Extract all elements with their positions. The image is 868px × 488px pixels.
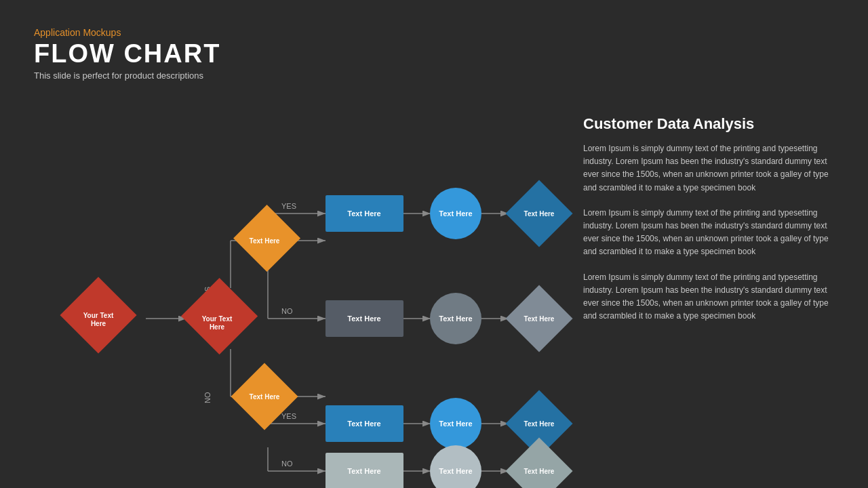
svg-text:YES: YES xyxy=(281,202,296,210)
svg-text:Text Here: Text Here xyxy=(524,468,555,475)
svg-text:NO: NO xyxy=(203,392,212,403)
svg-text:Text Here: Text Here xyxy=(347,420,380,428)
svg-text:Text Here: Text Here xyxy=(524,420,555,428)
svg-text:NO: NO xyxy=(281,307,293,315)
svg-text:Text Here: Text Here xyxy=(439,467,472,475)
page-title: FLOW CHART xyxy=(34,41,834,66)
svg-text:Text Here: Text Here xyxy=(439,420,472,428)
svg-text:Your Text: Your Text xyxy=(83,312,114,319)
svg-rect-44 xyxy=(506,180,573,247)
paragraph-3: Lorem Ipsum is simply dummy text of the … xyxy=(583,271,841,323)
subtitle: Application Mockups xyxy=(34,27,834,38)
page-description: This slide is perfect for product descri… xyxy=(34,70,834,81)
svg-text:YES: YES xyxy=(203,287,212,302)
svg-point-48 xyxy=(430,293,481,344)
analysis-heading: Customer Data Analysis xyxy=(583,115,841,133)
svg-rect-38 xyxy=(231,363,298,430)
svg-text:NO: NO xyxy=(281,460,293,468)
svg-text:Text Here: Text Here xyxy=(347,209,380,218)
svg-text:Here: Here xyxy=(210,323,225,331)
svg-text:Text Here: Text Here xyxy=(524,210,555,218)
svg-point-54 xyxy=(430,398,481,449)
svg-rect-30 xyxy=(60,277,136,353)
svg-rect-62 xyxy=(506,438,573,488)
header: Application Mockups FLOW CHART This slid… xyxy=(34,27,834,81)
paragraph-1: Lorem Ipsum is simply dummy text of the … xyxy=(583,142,841,195)
svg-rect-52 xyxy=(326,405,403,442)
svg-text:Your Text: Your Text xyxy=(202,315,233,323)
svg-rect-33 xyxy=(181,278,258,354)
svg-text:Text Here: Text Here xyxy=(439,209,472,218)
svg-rect-50 xyxy=(506,285,573,352)
svg-point-60 xyxy=(430,445,481,488)
svg-rect-58 xyxy=(326,453,403,488)
svg-text:Text Here: Text Here xyxy=(439,314,472,323)
svg-rect-46 xyxy=(326,300,403,337)
paragraph-2: Lorem Ipsum is simply dummy text of the … xyxy=(583,207,841,259)
svg-text:YES: YES xyxy=(258,229,273,237)
svg-text:Text Here: Text Here xyxy=(250,237,280,245)
svg-rect-56 xyxy=(506,390,573,458)
svg-text:YES: YES xyxy=(281,412,296,420)
svg-text:Text Here: Text Here xyxy=(250,393,280,401)
svg-text:Text Here: Text Here xyxy=(347,467,380,475)
right-panel: Customer Data Analysis Lorem Ipsum is si… xyxy=(583,115,841,335)
svg-text:NO: NO xyxy=(258,385,269,393)
svg-rect-40 xyxy=(326,195,403,232)
svg-text:Text Here: Text Here xyxy=(347,314,380,323)
flow-chart: YES NO YES NO YES NO xyxy=(27,108,576,488)
svg-text:Here: Here xyxy=(91,320,106,327)
svg-point-42 xyxy=(430,188,481,239)
svg-text:Text Here: Text Here xyxy=(524,315,555,323)
svg-rect-36 xyxy=(233,205,300,272)
